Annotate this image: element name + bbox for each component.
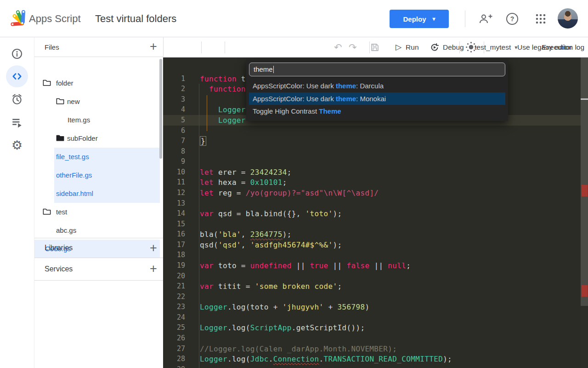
add-library-button[interactable]: + <box>147 239 159 259</box>
code-line[interactable]: var qsd = bla.bind({}, 'toto'); <box>200 208 342 219</box>
code-line[interactable]: Logger.log(ScriptApp.getScriptId()); <box>200 322 365 333</box>
google-apps-grid-icon[interactable] <box>534 12 548 26</box>
redo-button[interactable]: ↷ <box>349 37 357 57</box>
palette-item[interactable]: AppsScriptColor: Use dark theme: Darcula <box>249 80 505 92</box>
code-line[interactable]: Logger <box>200 104 246 115</box>
add-service-button[interactable]: + <box>147 259 159 279</box>
code-line[interactable]: //Logger.log(Calen _darApp.Month.NOVEMBE… <box>200 344 397 354</box>
code-icon <box>11 71 23 82</box>
deploy-caret-icon: ▾ <box>432 16 435 22</box>
files-panel: Files + foldernewItem.gssubFolderfile_te… <box>34 37 163 368</box>
text-cursor <box>273 66 274 73</box>
files-scrollbar[interactable] <box>159 59 162 159</box>
palette-query: theme <box>254 65 273 73</box>
debug-icon <box>430 43 439 52</box>
tree-folder-test[interactable]: test <box>34 203 163 221</box>
tree-file-otherFile.gs[interactable]: otherFile.gs <box>34 166 163 184</box>
run-button[interactable]: ▷ Run <box>396 37 419 57</box>
error-mark <box>582 285 588 297</box>
code-editor[interactable]: 1function t2 function34 Logger5 Logger67… <box>163 58 588 368</box>
code-line[interactable]: } <box>200 136 206 146</box>
code-line[interactable]: qsd('qsd', 'asdfgh45674#$^%&'); <box>200 240 342 250</box>
code-line[interactable]: Logger.log(Jdbc.Connection.TRANSACTION_R… <box>200 354 452 364</box>
code-line[interactable]: Logger.log(toto + 'jhugyvh' + 356798) <box>200 302 369 312</box>
line-number: 16 <box>163 229 185 240</box>
line-number: 11 <box>163 177 185 188</box>
tree-file-abc.gs[interactable]: abc.gs <box>34 221 163 240</box>
deploy-button[interactable]: Deploy ▾ <box>390 10 449 28</box>
line-number: 9 <box>163 156 185 167</box>
sun-icon <box>465 41 477 53</box>
info-icon <box>11 48 23 60</box>
line-number: 14 <box>163 208 185 219</box>
line-number: 4 <box>163 104 185 115</box>
save-button[interactable] <box>370 37 379 57</box>
app-header: Apps Script Test virtual folders Deploy … <box>0 0 588 37</box>
tree-folder-folder[interactable]: folder <box>34 74 163 92</box>
tree-file-file_test.gs[interactable]: file_test.gs <box>34 148 163 166</box>
palette-item[interactable]: AppsScriptColor: Use dark theme: Monokai <box>249 92 505 105</box>
function-selector[interactable]: test_mytest ▾ <box>475 37 517 57</box>
code-line[interactable]: function <box>200 84 246 94</box>
line-number: 26 <box>163 333 185 344</box>
sidebar-item-triggers[interactable] <box>6 88 28 110</box>
project-title[interactable]: Test virtual folders <box>95 0 176 37</box>
line-number: 13 <box>163 198 185 209</box>
code-line[interactable]: let reg = /yo(group)?="asd"\n\W[^\asd]/ <box>200 188 379 198</box>
line-number: 3 <box>163 94 185 105</box>
user-avatar[interactable] <box>558 8 578 29</box>
help-icon[interactable]: ? <box>505 12 519 26</box>
folder-filled-icon <box>56 134 64 143</box>
undo-button[interactable]: ↶ <box>334 37 342 57</box>
activity-bar: ⚙ <box>0 37 34 368</box>
line-number: 29 <box>163 364 185 368</box>
palette-item[interactable]: Toggle High Contrast Theme <box>249 105 505 118</box>
file-label: abc.gs <box>56 221 76 240</box>
tree-file-Item.gs[interactable]: Item.gs <box>34 111 163 129</box>
sidebar-item-overview[interactable] <box>6 43 28 65</box>
sidebar-item-settings[interactable]: ⚙ <box>6 134 28 156</box>
folder-open-icon <box>43 79 51 87</box>
code-line[interactable]: var titit = 'some broken code'; <box>200 281 342 292</box>
editor-scrollbar[interactable] <box>581 58 588 368</box>
services-label: Services <box>45 265 73 273</box>
header-divider <box>465 11 465 27</box>
use-legacy-editor-button[interactable]: Use legacy editor <box>517 37 572 57</box>
sidebar-item-executions[interactable] <box>6 111 28 133</box>
line-number: 8 <box>163 146 185 157</box>
tree-folder-subFolder[interactable]: subFolder <box>34 129 163 148</box>
indent-guide <box>199 84 199 368</box>
code-line[interactable]: Logger <box>200 115 246 126</box>
line-number: 19 <box>163 260 185 271</box>
code-line[interactable]: function t <box>200 74 246 84</box>
sidebar-item-editor[interactable] <box>6 65 28 87</box>
redo-icon: ↷ <box>349 42 357 52</box>
file-label: test <box>56 203 67 221</box>
toolbar-divider <box>459 41 460 53</box>
palette-input[interactable]: theme <box>249 63 505 76</box>
apps-script-logo-icon <box>9 8 28 29</box>
code-line[interactable]: bla('bla', 2364775); <box>200 229 292 240</box>
debug-button[interactable]: Debug <box>430 37 464 57</box>
code-line[interactable]: var toto = undefined || true || false ||… <box>200 260 411 271</box>
line-number: 25 <box>163 322 185 333</box>
add-file-button[interactable]: + <box>147 37 159 57</box>
line-number: 7 <box>163 136 185 146</box>
line-number: 10 <box>163 167 185 178</box>
share-add-person-icon[interactable] <box>479 12 493 26</box>
code-line[interactable]: let erer = 23424234; <box>200 167 292 178</box>
line-number: 28 <box>163 354 185 364</box>
folder-open-icon <box>43 208 51 216</box>
file-label: otherFile.gs <box>56 166 92 184</box>
line-number: 18 <box>163 250 185 260</box>
code-line[interactable]: let hexa = 0x10101; <box>200 177 287 188</box>
tree-folder-new[interactable]: new <box>34 92 163 111</box>
tree-file-sidebar.html[interactable]: sidebar.html <box>34 184 163 203</box>
file-label: sidebar.html <box>56 184 93 203</box>
overview-cursor-mark <box>581 98 588 100</box>
toolbar-divider <box>201 41 202 53</box>
line-number: 5 <box>163 115 185 126</box>
scrollbar-thumb[interactable] <box>581 58 588 306</box>
toolbar-divider <box>225 41 225 53</box>
theme-toggle-button[interactable] <box>465 37 477 57</box>
